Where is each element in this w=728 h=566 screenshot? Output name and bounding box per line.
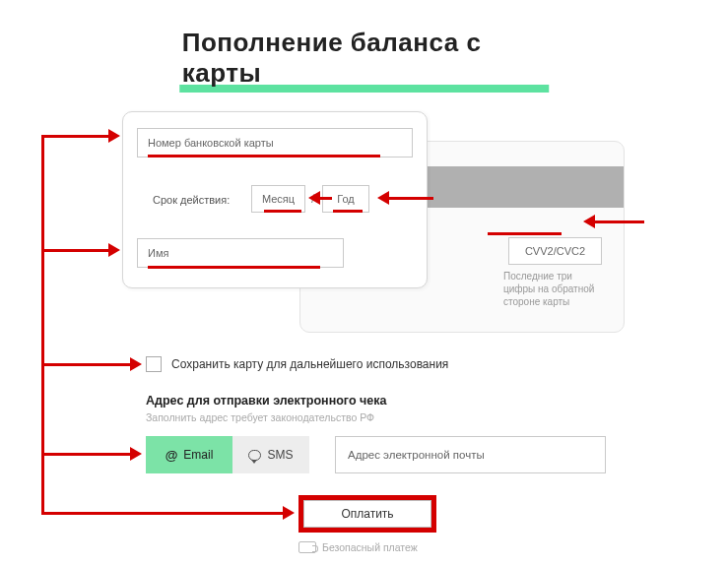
arrow-icon: [130, 357, 142, 371]
cvv-input[interactable]: CVV2/CVC2: [508, 237, 602, 265]
secure-payment-note: Безопасный платеж: [298, 541, 418, 553]
underline: [488, 232, 562, 235]
cvv-hint: Последние три цифры на обратной стороне …: [503, 270, 602, 308]
pay-button[interactable]: Оплатить: [303, 500, 431, 528]
cardholder-name-input[interactable]: Имя: [137, 238, 344, 268]
receipt-heading: Адрес для отправки электронного чека: [146, 394, 386, 408]
lock-card-icon: [298, 541, 316, 553]
arrow-icon: [308, 191, 320, 205]
annotation-line: [41, 363, 130, 366]
underline: [148, 266, 320, 269]
arrow-icon: [583, 215, 595, 228]
tab-email[interactable]: @ Email: [146, 436, 232, 473]
secure-label: Безопасный платеж: [322, 541, 418, 553]
tab-sms[interactable]: SMS: [232, 436, 309, 473]
email-icon: @: [165, 448, 178, 463]
page-title: Пополнение баланса с карты: [182, 28, 547, 89]
arrow-icon: [108, 129, 120, 143]
expiry-month-input[interactable]: Месяц: [251, 185, 305, 213]
annotation-line: [389, 197, 433, 200]
annotation-line: [41, 135, 44, 514]
email-input[interactable]: Адрес электронной почты: [335, 436, 606, 473]
arrow-icon: [108, 243, 120, 257]
card-number-input[interactable]: Номер банковской карты: [137, 128, 413, 157]
card-form: CVV2/CVC2 Последние три цифры на обратно…: [122, 111, 625, 318]
receipt-subheading: Заполнить адрес требует законодательство…: [146, 411, 374, 423]
expiry-label: Срок действия:: [153, 194, 230, 206]
annotation-line: [41, 453, 130, 456]
underline: [333, 210, 363, 213]
arrow-icon: [377, 191, 389, 205]
sms-icon: [248, 450, 261, 461]
save-card-row: Сохранить карту для дальнейшего использо…: [146, 356, 448, 372]
pay-button-highlight: Оплатить: [298, 495, 436, 533]
underline: [148, 155, 380, 157]
arrow-icon: [130, 447, 142, 461]
annotation-line: [41, 249, 108, 252]
save-card-label: Сохранить карту для дальнейшего использо…: [171, 357, 448, 371]
annotation-line: [320, 197, 332, 200]
tab-sms-label: SMS: [267, 448, 293, 462]
arrow-icon: [283, 506, 295, 520]
annotation-line: [41, 512, 283, 515]
underline: [264, 210, 301, 213]
annotation-line: [595, 220, 644, 223]
tab-email-label: Email: [183, 448, 213, 462]
save-card-checkbox[interactable]: [146, 356, 162, 372]
annotation-line: [41, 135, 108, 138]
